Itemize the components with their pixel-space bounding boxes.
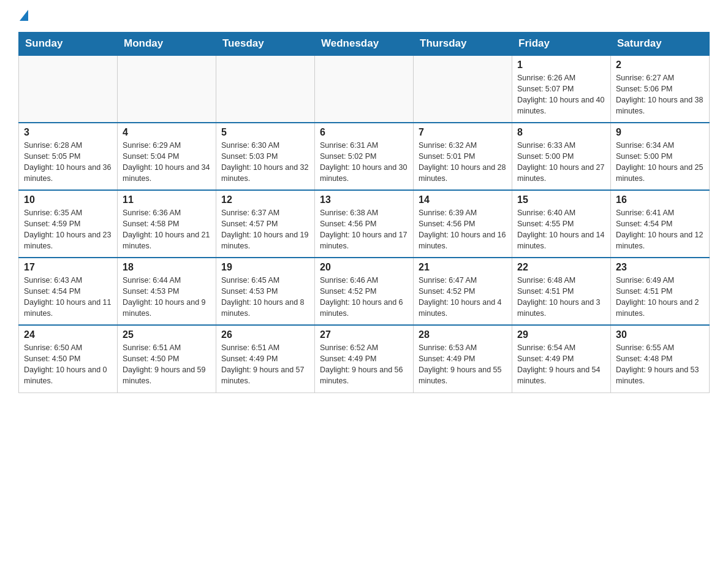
logo-triangle-icon	[20, 10, 28, 21]
day-info: Sunrise: 6:33 AMSunset: 5:00 PMDaylight:…	[517, 140, 605, 185]
weekday-header-sunday: Sunday	[19, 33, 118, 56]
day-number: 8	[517, 127, 605, 138]
day-number: 12	[221, 194, 309, 205]
weekday-header-friday: Friday	[512, 33, 611, 56]
calendar-cell: 10Sunrise: 6:35 AMSunset: 4:59 PMDayligh…	[19, 190, 118, 258]
day-info: Sunrise: 6:45 AMSunset: 4:53 PMDaylight:…	[221, 275, 309, 320]
calendar-cell	[19, 55, 118, 123]
day-info: Sunrise: 6:28 AMSunset: 5:05 PMDaylight:…	[24, 140, 112, 185]
calendar-cell: 11Sunrise: 6:36 AMSunset: 4:58 PMDayligh…	[118, 190, 216, 258]
calendar-cell: 4Sunrise: 6:29 AMSunset: 5:04 PMDaylight…	[118, 123, 216, 190]
day-info: Sunrise: 6:27 AMSunset: 5:06 PMDaylight:…	[616, 72, 704, 117]
day-info: Sunrise: 6:43 AMSunset: 4:54 PMDaylight:…	[24, 275, 112, 320]
day-number: 13	[320, 194, 408, 205]
day-number: 6	[320, 127, 408, 138]
calendar-cell: 18Sunrise: 6:44 AMSunset: 4:53 PMDayligh…	[118, 258, 216, 325]
calendar-cell	[216, 55, 315, 123]
week-row-3: 10Sunrise: 6:35 AMSunset: 4:59 PMDayligh…	[19, 190, 710, 258]
calendar-cell: 21Sunrise: 6:47 AMSunset: 4:52 PMDayligh…	[414, 258, 512, 325]
day-info: Sunrise: 6:47 AMSunset: 4:52 PMDaylight:…	[419, 275, 507, 320]
day-number: 22	[517, 262, 605, 273]
calendar-cell: 24Sunrise: 6:50 AMSunset: 4:50 PMDayligh…	[19, 325, 118, 393]
calendar-cell: 1Sunrise: 6:26 AMSunset: 5:07 PMDaylight…	[512, 55, 611, 123]
day-info: Sunrise: 6:36 AMSunset: 4:58 PMDaylight:…	[123, 207, 211, 252]
day-info: Sunrise: 6:31 AMSunset: 5:02 PMDaylight:…	[320, 140, 408, 185]
day-info: Sunrise: 6:53 AMSunset: 4:49 PMDaylight:…	[419, 342, 507, 387]
calendar-cell: 14Sunrise: 6:39 AMSunset: 4:56 PMDayligh…	[414, 190, 512, 258]
week-row-4: 17Sunrise: 6:43 AMSunset: 4:54 PMDayligh…	[19, 258, 710, 325]
day-info: Sunrise: 6:38 AMSunset: 4:56 PMDaylight:…	[320, 207, 408, 252]
day-number: 26	[221, 329, 309, 340]
calendar-cell: 27Sunrise: 6:52 AMSunset: 4:49 PMDayligh…	[315, 325, 414, 393]
page-header	[18, 12, 710, 21]
day-number: 17	[24, 262, 112, 273]
day-number: 7	[419, 127, 507, 138]
weekday-header-saturday: Saturday	[611, 33, 710, 56]
calendar-cell: 13Sunrise: 6:38 AMSunset: 4:56 PMDayligh…	[315, 190, 414, 258]
day-number: 16	[616, 194, 704, 205]
calendar-cell: 26Sunrise: 6:51 AMSunset: 4:49 PMDayligh…	[216, 325, 315, 393]
day-info: Sunrise: 6:30 AMSunset: 5:03 PMDaylight:…	[221, 140, 309, 185]
week-row-2: 3Sunrise: 6:28 AMSunset: 5:05 PMDaylight…	[19, 123, 710, 190]
week-row-5: 24Sunrise: 6:50 AMSunset: 4:50 PMDayligh…	[19, 325, 710, 393]
day-number: 27	[320, 329, 408, 340]
weekday-header-monday: Monday	[118, 33, 216, 56]
weekday-header-row: SundayMondayTuesdayWednesdayThursdayFrid…	[19, 33, 710, 56]
day-number: 21	[419, 262, 507, 273]
logo	[18, 12, 28, 21]
weekday-header-thursday: Thursday	[414, 33, 512, 56]
day-info: Sunrise: 6:29 AMSunset: 5:04 PMDaylight:…	[123, 140, 211, 185]
calendar-cell: 16Sunrise: 6:41 AMSunset: 4:54 PMDayligh…	[611, 190, 710, 258]
calendar-cell: 20Sunrise: 6:46 AMSunset: 4:52 PMDayligh…	[315, 258, 414, 325]
calendar-cell: 28Sunrise: 6:53 AMSunset: 4:49 PMDayligh…	[414, 325, 512, 393]
day-info: Sunrise: 6:51 AMSunset: 4:49 PMDaylight:…	[221, 342, 309, 387]
day-number: 1	[517, 59, 605, 71]
day-number: 4	[123, 127, 211, 138]
calendar-cell: 3Sunrise: 6:28 AMSunset: 5:05 PMDaylight…	[19, 123, 118, 190]
day-info: Sunrise: 6:26 AMSunset: 5:07 PMDaylight:…	[517, 72, 605, 117]
day-number: 9	[616, 127, 704, 138]
day-number: 5	[221, 127, 309, 138]
day-info: Sunrise: 6:35 AMSunset: 4:59 PMDaylight:…	[24, 207, 112, 252]
day-number: 11	[123, 194, 211, 205]
day-info: Sunrise: 6:44 AMSunset: 4:53 PMDaylight:…	[123, 275, 211, 320]
calendar-cell: 15Sunrise: 6:40 AMSunset: 4:55 PMDayligh…	[512, 190, 611, 258]
weekday-header-wednesday: Wednesday	[315, 33, 414, 56]
day-number: 29	[517, 329, 605, 340]
day-info: Sunrise: 6:41 AMSunset: 4:54 PMDaylight:…	[616, 207, 704, 252]
day-number: 15	[517, 194, 605, 205]
calendar-cell: 17Sunrise: 6:43 AMSunset: 4:54 PMDayligh…	[19, 258, 118, 325]
day-info: Sunrise: 6:51 AMSunset: 4:50 PMDaylight:…	[123, 342, 211, 387]
day-number: 20	[320, 262, 408, 273]
calendar-cell: 9Sunrise: 6:34 AMSunset: 5:00 PMDaylight…	[611, 123, 710, 190]
day-info: Sunrise: 6:48 AMSunset: 4:51 PMDaylight:…	[517, 275, 605, 320]
calendar-cell: 23Sunrise: 6:49 AMSunset: 4:51 PMDayligh…	[611, 258, 710, 325]
calendar-cell: 29Sunrise: 6:54 AMSunset: 4:49 PMDayligh…	[512, 325, 611, 393]
day-info: Sunrise: 6:46 AMSunset: 4:52 PMDaylight:…	[320, 275, 408, 320]
day-info: Sunrise: 6:49 AMSunset: 4:51 PMDaylight:…	[616, 275, 704, 320]
calendar-cell: 5Sunrise: 6:30 AMSunset: 5:03 PMDaylight…	[216, 123, 315, 190]
day-info: Sunrise: 6:39 AMSunset: 4:56 PMDaylight:…	[419, 207, 507, 252]
day-info: Sunrise: 6:34 AMSunset: 5:00 PMDaylight:…	[616, 140, 704, 185]
day-info: Sunrise: 6:37 AMSunset: 4:57 PMDaylight:…	[221, 207, 309, 252]
calendar-cell: 30Sunrise: 6:55 AMSunset: 4:48 PMDayligh…	[611, 325, 710, 393]
day-number: 14	[419, 194, 507, 205]
calendar-cell: 25Sunrise: 6:51 AMSunset: 4:50 PMDayligh…	[118, 325, 216, 393]
day-number: 28	[419, 329, 507, 340]
day-number: 23	[616, 262, 704, 273]
calendar-cell	[315, 55, 414, 123]
day-info: Sunrise: 6:54 AMSunset: 4:49 PMDaylight:…	[517, 342, 605, 387]
day-info: Sunrise: 6:40 AMSunset: 4:55 PMDaylight:…	[517, 207, 605, 252]
calendar-cell	[118, 55, 216, 123]
weekday-header-tuesday: Tuesday	[216, 33, 315, 56]
calendar-cell: 22Sunrise: 6:48 AMSunset: 4:51 PMDayligh…	[512, 258, 611, 325]
day-number: 19	[221, 262, 309, 273]
day-info: Sunrise: 6:32 AMSunset: 5:01 PMDaylight:…	[419, 140, 507, 185]
calendar-cell: 19Sunrise: 6:45 AMSunset: 4:53 PMDayligh…	[216, 258, 315, 325]
day-number: 2	[616, 59, 704, 71]
day-number: 25	[123, 329, 211, 340]
calendar-cell: 8Sunrise: 6:33 AMSunset: 5:00 PMDaylight…	[512, 123, 611, 190]
day-number: 10	[24, 194, 112, 205]
day-number: 3	[24, 127, 112, 138]
calendar-table: SundayMondayTuesdayWednesdayThursdayFrid…	[18, 32, 710, 393]
